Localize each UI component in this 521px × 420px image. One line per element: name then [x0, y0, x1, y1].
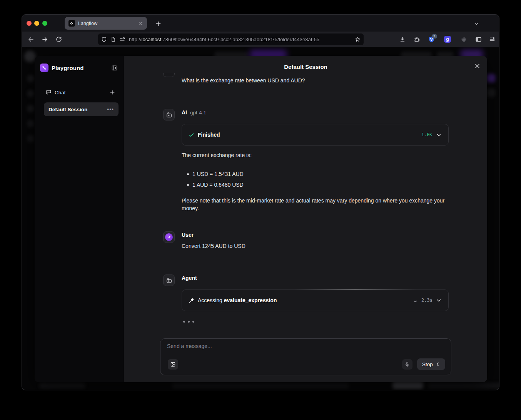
downloads-button[interactable]: [398, 35, 407, 44]
chat-section-label: Chat: [55, 90, 66, 95]
session-item-default[interactable]: Default Session •••: [44, 102, 119, 116]
url-bar[interactable]: http://localhost:7860/flow/e64494bf-6bc9…: [98, 33, 364, 45]
dimmed-background-shape: [428, 383, 499, 388]
bookmark-star-icon[interactable]: [355, 37, 361, 42]
new-chat-button[interactable]: [109, 89, 116, 96]
dimmed-background-shape: [24, 51, 36, 62]
agent-tool-label: Accessing evaluate_expression: [198, 297, 277, 303]
stop-button[interactable]: Stop: [417, 358, 445, 370]
dimmed-background-shape: [27, 120, 34, 127]
ai-status-label: Finished: [198, 132, 220, 138]
chat-section-row: Chat: [45, 89, 116, 96]
agent-tool-duration: 2.3s: [421, 298, 432, 303]
url-text[interactable]: http://localhost:7860/flow/e64494bf-6bc9…: [129, 37, 351, 42]
browser-tab-langflow[interactable]: Langflow: [65, 17, 147, 30]
ai-note-text: Please note that this is the mid-market …: [182, 197, 450, 212]
site-permissions-icon[interactable]: [119, 36, 125, 42]
extensions-puzzle-button[interactable]: [412, 35, 421, 44]
tab-close-icon[interactable]: [139, 21, 143, 26]
dimmed-background-shape: [27, 105, 34, 112]
back-button[interactable]: [26, 35, 35, 44]
desktop-background: Langflow: [0, 0, 521, 420]
session-options-icon[interactable]: •••: [107, 107, 114, 111]
playground-header: Playground: [40, 63, 119, 72]
menu-notification-dot: [493, 37, 494, 39]
langflow-favicon-icon: [68, 20, 75, 27]
extension-g-button[interactable]: g: [443, 35, 452, 44]
tab-title: Langflow: [78, 21, 135, 26]
agent-tool-accordion[interactable]: Accessing evaluate_expression 2.3s: [182, 289, 449, 311]
page-info-icon[interactable]: [110, 37, 116, 42]
dimmed-background-shape: [27, 90, 34, 97]
ai-status-accordion[interactable]: Finished 1.0s: [182, 124, 449, 146]
window-zoom-button[interactable]: [42, 21, 47, 26]
user-avatar: [163, 231, 175, 243]
loading-shimmer: [294, 289, 416, 290]
url-path: :7860/flow/e64494bf-6bc9-4cc2-ab32-305ab…: [161, 37, 319, 42]
previous-user-message: What is the exchange rate between USD an…: [182, 77, 305, 84]
playground-modal: Playground: [35, 56, 487, 382]
playground-sidebar: Playground: [35, 56, 124, 382]
window-close-button[interactable]: [27, 21, 32, 26]
dimmed-background-shape: [487, 74, 495, 82]
langflow-logo-icon: [40, 64, 48, 72]
dimmed-background-shape: [27, 135, 34, 142]
dimmed-background-shape: [39, 383, 85, 388]
message-input-box: Stop: [160, 338, 451, 375]
tab-list-chevron-icon[interactable]: [471, 18, 481, 28]
ai-sender-row: AIgpt-4.1: [182, 109, 206, 115]
url-scheme: http://: [129, 37, 142, 42]
chevron-down-icon[interactable]: [436, 298, 442, 303]
avatar-partial: [163, 73, 175, 77]
app-content: Playground: [22, 47, 499, 390]
tab-bar: Langflow: [22, 15, 499, 32]
playground-title: Playground: [52, 65, 84, 71]
chat-icon: [45, 89, 52, 95]
browser-window: Langflow: [22, 15, 499, 390]
dimmed-background-shape: [392, 381, 423, 389]
message-input[interactable]: [167, 343, 382, 355]
chat-title: Default Session: [124, 64, 487, 70]
agent-tool-name: evaluate_expression: [224, 297, 277, 303]
ai-rate-list: 1 USD = 1.5431 AUD 1 AUD = 0.6480 USD: [187, 171, 244, 193]
agent-avatar: [163, 274, 175, 286]
app-menu-button[interactable]: [488, 35, 497, 44]
user-sender-name: User: [182, 232, 194, 238]
spinner-icon: [413, 298, 418, 303]
dimmed-background-shape: [172, 383, 349, 388]
ai-model-name: gpt-4.1: [190, 110, 206, 115]
rocket-icon: [165, 233, 173, 241]
extension-v-shield-button[interactable]: 2: [427, 35, 436, 44]
attach-image-button[interactable]: [168, 359, 178, 370]
dimmed-background-shape: [487, 89, 495, 97]
check-icon: [189, 132, 194, 138]
microphone-button[interactable]: [402, 359, 412, 370]
ai-rate-item: 1 USD = 1.5431 AUD: [187, 171, 244, 177]
agent-tool-prefix: Accessing: [198, 297, 224, 303]
user-message-text: Convert 1245 AUD to USD: [182, 242, 245, 250]
chat-panel: Default Session What is the exchange rat…: [124, 56, 487, 382]
ai-avatar: [163, 109, 175, 120]
extension-g-label: g: [444, 36, 451, 43]
agent-sender-name: Agent: [182, 275, 197, 281]
session-label: Default Session: [48, 107, 87, 112]
extension-badge-count: 2: [432, 34, 437, 38]
sidebar-collapse-button[interactable]: [110, 64, 119, 72]
window-minimize-button[interactable]: [34, 21, 39, 26]
hammer-icon: [189, 298, 194, 303]
tracking-protection-shield-icon[interactable]: [101, 37, 107, 42]
navigation-toolbar: http://localhost:7860/flow/e64494bf-6bc9…: [22, 32, 499, 47]
modal-close-button[interactable]: [473, 62, 481, 70]
typing-indicator: [183, 321, 194, 323]
chevron-down-icon[interactable]: [436, 132, 442, 138]
sidebar-toggle-button[interactable]: [474, 35, 483, 44]
extension-paw-button[interactable]: [459, 35, 468, 44]
forward-button[interactable]: [40, 35, 49, 44]
new-tab-button[interactable]: [153, 18, 163, 28]
ai-status-duration: 1.0s: [421, 132, 432, 137]
reload-button[interactable]: [54, 35, 63, 44]
url-host: localhost: [142, 37, 161, 42]
stop-spinner-icon: [436, 362, 440, 366]
ai-intro-text: The current exchange rate is:: [182, 151, 252, 159]
ai-sender-name: AI: [182, 109, 187, 115]
